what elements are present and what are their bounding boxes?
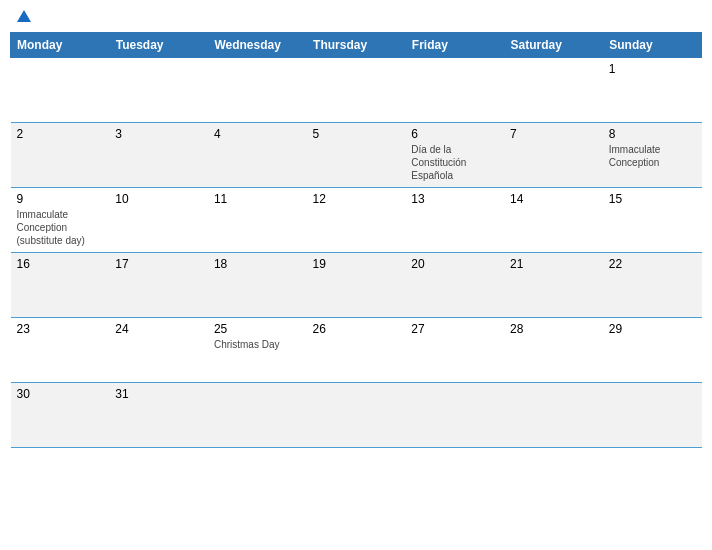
calendar-cell <box>208 383 307 448</box>
calendar-cell <box>307 58 406 123</box>
calendar-cell: 1 <box>603 58 702 123</box>
calendar-cell: 14 <box>504 188 603 253</box>
calendar-cell: 22 <box>603 253 702 318</box>
day-number: 3 <box>115 127 202 141</box>
day-number: 27 <box>411 322 498 336</box>
calendar-cell: 29 <box>603 318 702 383</box>
day-event: Christmas Day <box>214 339 280 350</box>
calendar-cell: 27 <box>405 318 504 383</box>
day-number: 5 <box>313 127 400 141</box>
day-number: 31 <box>115 387 202 401</box>
weekday-header-wednesday: Wednesday <box>208 33 307 58</box>
calendar-cell: 12 <box>307 188 406 253</box>
calendar-cell: 4 <box>208 123 307 188</box>
calendar-cell: 10 <box>109 188 208 253</box>
weekday-header-row: MondayTuesdayWednesdayThursdayFridaySatu… <box>11 33 702 58</box>
weekday-header-sunday: Sunday <box>603 33 702 58</box>
day-number: 16 <box>17 257 104 271</box>
logo <box>15 10 33 22</box>
logo-triangle-icon <box>17 10 31 22</box>
calendar-cell <box>405 58 504 123</box>
calendar-cell: 18 <box>208 253 307 318</box>
day-number: 12 <box>313 192 400 206</box>
day-number: 21 <box>510 257 597 271</box>
calendar-week-row: 16171819202122 <box>11 253 702 318</box>
calendar-week-row: 9Immaculate Conception (substitute day)1… <box>11 188 702 253</box>
calendar-week-row: 23456Día de la Constitución Española78Im… <box>11 123 702 188</box>
day-number: 14 <box>510 192 597 206</box>
day-number: 13 <box>411 192 498 206</box>
calendar-cell: 25Christmas Day <box>208 318 307 383</box>
day-number: 15 <box>609 192 696 206</box>
day-number: 2 <box>17 127 104 141</box>
calendar-cell: 7 <box>504 123 603 188</box>
day-number: 30 <box>17 387 104 401</box>
calendar-cell: 15 <box>603 188 702 253</box>
calendar-cell: 28 <box>504 318 603 383</box>
calendar-cell <box>603 383 702 448</box>
weekday-header-thursday: Thursday <box>307 33 406 58</box>
day-number: 28 <box>510 322 597 336</box>
day-number: 8 <box>609 127 696 141</box>
day-number: 11 <box>214 192 301 206</box>
calendar-cell: 11 <box>208 188 307 253</box>
calendar-cell: 16 <box>11 253 110 318</box>
calendar-cell: 8Immaculate Conception <box>603 123 702 188</box>
day-number: 10 <box>115 192 202 206</box>
day-number: 26 <box>313 322 400 336</box>
calendar-cell <box>109 58 208 123</box>
day-number: 17 <box>115 257 202 271</box>
calendar-cell: 21 <box>504 253 603 318</box>
day-number: 22 <box>609 257 696 271</box>
calendar-cell <box>208 58 307 123</box>
weekday-header-tuesday: Tuesday <box>109 33 208 58</box>
calendar-cell: 31 <box>109 383 208 448</box>
weekday-header-friday: Friday <box>405 33 504 58</box>
weekday-header-monday: Monday <box>11 33 110 58</box>
day-number: 19 <box>313 257 400 271</box>
calendar-cell: 5 <box>307 123 406 188</box>
day-number: 1 <box>609 62 696 76</box>
day-event: Immaculate Conception (substitute day) <box>17 209 85 246</box>
calendar-cell: 20 <box>405 253 504 318</box>
calendar-cell: 24 <box>109 318 208 383</box>
calendar-cell <box>307 383 406 448</box>
day-number: 18 <box>214 257 301 271</box>
day-number: 29 <box>609 322 696 336</box>
calendar-cell: 26 <box>307 318 406 383</box>
day-event: Día de la Constitución Española <box>411 144 466 181</box>
calendar-cell <box>11 58 110 123</box>
calendar-header <box>10 10 702 22</box>
calendar-cell: 9Immaculate Conception (substitute day) <box>11 188 110 253</box>
calendar-week-row: 232425Christmas Day26272829 <box>11 318 702 383</box>
calendar-cell: 19 <box>307 253 406 318</box>
calendar-cell: 23 <box>11 318 110 383</box>
calendar-cell: 3 <box>109 123 208 188</box>
weekday-header-saturday: Saturday <box>504 33 603 58</box>
day-number: 24 <box>115 322 202 336</box>
day-number: 9 <box>17 192 104 206</box>
calendar-cell: 6Día de la Constitución Española <box>405 123 504 188</box>
day-event: Immaculate Conception <box>609 144 661 168</box>
calendar-cell <box>504 383 603 448</box>
calendar-week-row: 3031 <box>11 383 702 448</box>
calendar-table: MondayTuesdayWednesdayThursdayFridaySatu… <box>10 32 702 448</box>
day-number: 6 <box>411 127 498 141</box>
calendar-cell: 2 <box>11 123 110 188</box>
day-number: 7 <box>510 127 597 141</box>
day-number: 23 <box>17 322 104 336</box>
calendar-cell: 13 <box>405 188 504 253</box>
calendar-cell <box>504 58 603 123</box>
day-number: 4 <box>214 127 301 141</box>
calendar-week-row: 1 <box>11 58 702 123</box>
day-number: 20 <box>411 257 498 271</box>
calendar-cell: 17 <box>109 253 208 318</box>
calendar-cell <box>405 383 504 448</box>
day-number: 25 <box>214 322 301 336</box>
calendar-cell: 30 <box>11 383 110 448</box>
